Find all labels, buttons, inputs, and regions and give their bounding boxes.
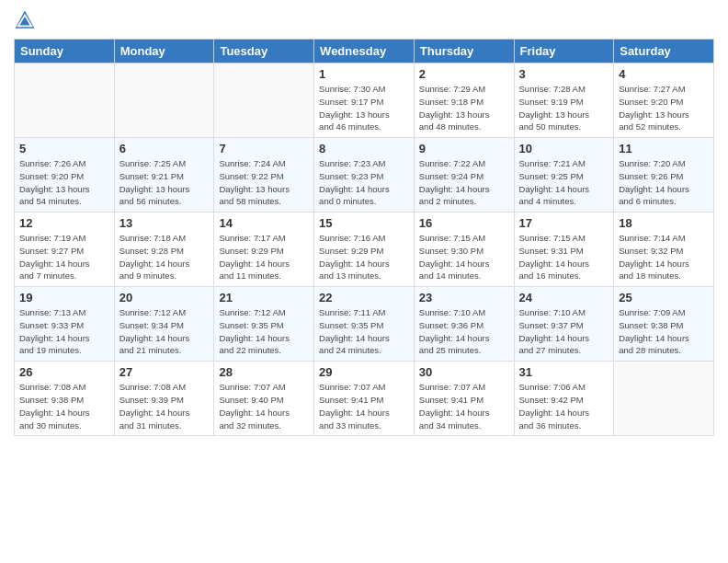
day-info: Sunrise: 7:30 AM Sunset: 9:17 PM Dayligh… (319, 83, 409, 133)
calendar-cell: 23Sunrise: 7:10 AM Sunset: 9:36 PM Dayli… (414, 287, 514, 362)
day-number: 24 (519, 291, 609, 304)
day-number: 6 (119, 142, 210, 155)
day-number: 29 (319, 365, 409, 379)
day-number: 1 (319, 67, 409, 81)
calendar-cell (614, 362, 714, 436)
day-number: 19 (19, 291, 109, 304)
day-number: 27 (119, 365, 210, 379)
calendar-week-row: 1Sunrise: 7:30 AM Sunset: 9:17 PM Daylig… (15, 63, 714, 138)
day-info: Sunrise: 7:12 AM Sunset: 9:35 PM Dayligh… (219, 306, 309, 357)
calendar-cell: 3Sunrise: 7:28 AM Sunset: 9:19 PM Daylig… (514, 63, 614, 138)
day-number: 25 (619, 291, 709, 304)
day-number: 5 (19, 142, 109, 155)
weekday-header-thursday: Thursday (414, 40, 514, 63)
calendar-cell: 6Sunrise: 7:25 AM Sunset: 9:21 PM Daylig… (114, 138, 214, 213)
day-number: 10 (519, 142, 609, 155)
calendar-cell: 30Sunrise: 7:07 AM Sunset: 9:41 PM Dayli… (414, 362, 514, 436)
calendar-cell: 22Sunrise: 7:11 AM Sunset: 9:35 PM Dayli… (314, 287, 415, 362)
day-number: 14 (219, 216, 309, 230)
weekday-header-sunday: Sunday (15, 40, 115, 63)
day-info: Sunrise: 7:10 AM Sunset: 9:36 PM Dayligh… (419, 306, 509, 357)
day-number: 9 (419, 142, 509, 155)
day-number: 15 (319, 216, 409, 230)
calendar-cell: 12Sunrise: 7:19 AM Sunset: 9:27 PM Dayli… (15, 213, 115, 287)
calendar-cell (114, 63, 214, 138)
calendar-cell: 24Sunrise: 7:10 AM Sunset: 9:37 PM Dayli… (514, 287, 614, 362)
day-info: Sunrise: 7:19 AM Sunset: 9:27 PM Dayligh… (19, 232, 109, 282)
day-info: Sunrise: 7:21 AM Sunset: 9:25 PM Dayligh… (519, 157, 609, 208)
page: SundayMondayTuesdayWednesdayThursdayFrid… (0, 0, 728, 563)
day-number: 26 (19, 365, 109, 379)
day-info: Sunrise: 7:07 AM Sunset: 9:41 PM Dayligh… (419, 381, 509, 431)
calendar-cell: 27Sunrise: 7:08 AM Sunset: 9:39 PM Dayli… (114, 362, 214, 436)
day-info: Sunrise: 7:17 AM Sunset: 9:29 PM Dayligh… (219, 232, 309, 282)
day-info: Sunrise: 7:28 AM Sunset: 9:19 PM Dayligh… (519, 83, 609, 133)
day-number: 28 (219, 365, 309, 379)
logo-icon (14, 9, 36, 31)
day-number: 11 (619, 142, 709, 155)
weekday-header-friday: Friday (514, 40, 614, 63)
calendar-cell: 26Sunrise: 7:08 AM Sunset: 9:38 PM Dayli… (15, 362, 115, 436)
calendar-week-row: 26Sunrise: 7:08 AM Sunset: 9:38 PM Dayli… (15, 362, 714, 436)
weekday-header-saturday: Saturday (614, 40, 714, 63)
day-info: Sunrise: 7:13 AM Sunset: 9:33 PM Dayligh… (19, 306, 109, 357)
day-number: 4 (619, 67, 709, 81)
calendar-cell: 19Sunrise: 7:13 AM Sunset: 9:33 PM Dayli… (15, 287, 115, 362)
day-number: 18 (619, 216, 709, 230)
day-number: 7 (219, 142, 309, 155)
calendar-week-row: 19Sunrise: 7:13 AM Sunset: 9:33 PM Dayli… (15, 287, 714, 362)
day-info: Sunrise: 7:24 AM Sunset: 9:22 PM Dayligh… (219, 157, 309, 208)
calendar-cell: 4Sunrise: 7:27 AM Sunset: 9:20 PM Daylig… (614, 63, 714, 138)
calendar-cell: 20Sunrise: 7:12 AM Sunset: 9:34 PM Dayli… (114, 287, 214, 362)
calendar-cell (214, 63, 314, 138)
day-info: Sunrise: 7:22 AM Sunset: 9:24 PM Dayligh… (419, 157, 509, 208)
calendar-cell: 10Sunrise: 7:21 AM Sunset: 9:25 PM Dayli… (514, 138, 614, 213)
day-info: Sunrise: 7:15 AM Sunset: 9:31 PM Dayligh… (519, 232, 609, 282)
calendar-cell: 15Sunrise: 7:16 AM Sunset: 9:29 PM Dayli… (314, 213, 415, 287)
day-info: Sunrise: 7:07 AM Sunset: 9:41 PM Dayligh… (319, 381, 409, 431)
calendar-cell: 1Sunrise: 7:30 AM Sunset: 9:17 PM Daylig… (314, 63, 415, 138)
calendar-cell: 5Sunrise: 7:26 AM Sunset: 9:20 PM Daylig… (15, 138, 115, 213)
day-info: Sunrise: 7:20 AM Sunset: 9:26 PM Dayligh… (619, 157, 709, 208)
day-info: Sunrise: 7:14 AM Sunset: 9:32 PM Dayligh… (619, 232, 709, 282)
calendar-week-row: 12Sunrise: 7:19 AM Sunset: 9:27 PM Dayli… (15, 213, 714, 287)
calendar-week-row: 5Sunrise: 7:26 AM Sunset: 9:20 PM Daylig… (15, 138, 714, 213)
calendar-cell: 17Sunrise: 7:15 AM Sunset: 9:31 PM Dayli… (514, 213, 614, 287)
weekday-header-row: SundayMondayTuesdayWednesdayThursdayFrid… (15, 40, 714, 63)
day-info: Sunrise: 7:15 AM Sunset: 9:30 PM Dayligh… (419, 232, 509, 282)
logo (14, 9, 40, 31)
day-number: 3 (519, 67, 609, 81)
day-info: Sunrise: 7:11 AM Sunset: 9:35 PM Dayligh… (319, 306, 409, 357)
day-info: Sunrise: 7:08 AM Sunset: 9:39 PM Dayligh… (119, 381, 210, 431)
day-info: Sunrise: 7:08 AM Sunset: 9:38 PM Dayligh… (19, 381, 109, 431)
calendar-cell: 16Sunrise: 7:15 AM Sunset: 9:30 PM Dayli… (414, 213, 514, 287)
calendar-cell: 9Sunrise: 7:22 AM Sunset: 9:24 PM Daylig… (414, 138, 514, 213)
day-info: Sunrise: 7:07 AM Sunset: 9:40 PM Dayligh… (219, 381, 309, 431)
day-info: Sunrise: 7:12 AM Sunset: 9:34 PM Dayligh… (119, 306, 210, 357)
day-number: 20 (119, 291, 210, 304)
header (14, 9, 714, 31)
day-info: Sunrise: 7:09 AM Sunset: 9:38 PM Dayligh… (619, 306, 709, 357)
calendar-cell: 18Sunrise: 7:14 AM Sunset: 9:32 PM Dayli… (614, 213, 714, 287)
calendar-cell: 14Sunrise: 7:17 AM Sunset: 9:29 PM Dayli… (214, 213, 314, 287)
day-info: Sunrise: 7:16 AM Sunset: 9:29 PM Dayligh… (319, 232, 409, 282)
calendar-cell: 31Sunrise: 7:06 AM Sunset: 9:42 PM Dayli… (514, 362, 614, 436)
day-info: Sunrise: 7:06 AM Sunset: 9:42 PM Dayligh… (519, 381, 609, 431)
day-number: 23 (419, 291, 509, 304)
day-info: Sunrise: 7:29 AM Sunset: 9:18 PM Dayligh… (419, 83, 509, 133)
calendar-cell (15, 63, 115, 138)
weekday-header-wednesday: Wednesday (314, 40, 415, 63)
day-info: Sunrise: 7:23 AM Sunset: 9:23 PM Dayligh… (319, 157, 409, 208)
day-info: Sunrise: 7:18 AM Sunset: 9:28 PM Dayligh… (119, 232, 210, 282)
day-info: Sunrise: 7:10 AM Sunset: 9:37 PM Dayligh… (519, 306, 609, 357)
day-number: 21 (219, 291, 309, 304)
day-number: 31 (519, 365, 609, 379)
day-number: 22 (319, 291, 409, 304)
calendar-cell: 2Sunrise: 7:29 AM Sunset: 9:18 PM Daylig… (414, 63, 514, 138)
calendar-cell: 7Sunrise: 7:24 AM Sunset: 9:22 PM Daylig… (214, 138, 314, 213)
day-number: 13 (119, 216, 210, 230)
day-number: 30 (419, 365, 509, 379)
day-info: Sunrise: 7:27 AM Sunset: 9:20 PM Dayligh… (619, 83, 709, 133)
calendar-cell: 13Sunrise: 7:18 AM Sunset: 9:28 PM Dayli… (114, 213, 214, 287)
calendar-cell: 21Sunrise: 7:12 AM Sunset: 9:35 PM Dayli… (214, 287, 314, 362)
